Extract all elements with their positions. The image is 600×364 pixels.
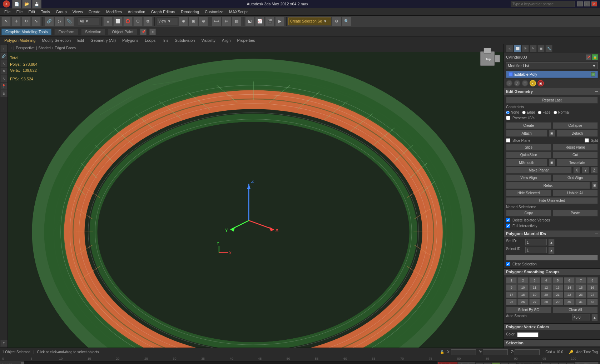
sub-properties[interactable]: Properties [234,38,258,43]
sg-7[interactable]: 7 [575,277,586,284]
unhide-all-btn[interactable]: Unhide All [553,190,598,196]
extra-btn-2[interactable]: 🔍 [342,17,351,26]
y-btn[interactable]: Y [582,167,589,174]
full-interactivity-check[interactable] [506,224,510,228]
select-by-name-btn[interactable]: ≡ [103,17,113,26]
modifier-editable-poly[interactable]: Editable Poly ✓ [506,71,598,78]
lt-help[interactable]: ? [0,340,8,347]
lt-scale[interactable]: ⤡ [0,75,8,82]
select-fence-btn[interactable]: ⬡ [133,17,143,26]
sg-30[interactable]: 30 [564,299,575,305]
layer-btn[interactable]: ▤ [232,17,241,26]
search-input[interactable] [511,1,575,7]
auto-smooth-spin-btn[interactable]: ▲ [591,314,598,321]
graphite-icon-1[interactable]: 📌 [140,29,147,35]
panel-icon-utility[interactable]: 🔧 [545,45,552,52]
sub-visibility[interactable]: Visibility [198,38,218,43]
sg-15[interactable]: 15 [575,284,586,291]
sub-geometry[interactable]: Geometry (All) [88,38,119,43]
sg-4[interactable]: 4 [541,277,551,284]
obj-pin-icon[interactable]: 📌 [586,54,591,60]
sg-17[interactable]: 17 [506,291,517,298]
auto-smooth-input[interactable] [572,314,590,320]
create-btn[interactable]: Create [506,122,551,129]
sub-tris[interactable]: Tris [159,38,171,43]
sg-1[interactable]: 1 [506,277,517,284]
lt-place[interactable]: 📍 [0,83,8,90]
render-btn[interactable]: ▶ [275,17,284,26]
sub-loops[interactable]: Loops [142,38,158,43]
timeline-slider[interactable] [21,361,24,364]
msmooth-btn[interactable]: MSmooth [506,159,547,166]
tab-selection[interactable]: Selection [81,29,105,35]
key-filter-1[interactable]: |◀ [542,363,550,364]
tab-objectpaint[interactable]: Object Paint [108,29,137,35]
sub-polygon-modeling[interactable]: Polygon Modeling [1,38,38,43]
vp-plus[interactable]: + [10,46,12,50]
make-planar-btn[interactable]: Make Planar [506,167,572,174]
key-filter-3[interactable]: |▶ [559,363,566,364]
repeat-last-btn[interactable]: Repeat Last [506,97,598,104]
polygon-material-ids-title[interactable]: Polygon: Material IDs ─ [504,230,600,237]
x-input[interactable] [451,349,476,355]
sg-10[interactable]: 10 [517,284,528,291]
reset-plane-btn[interactable]: Reset Plane [553,144,598,151]
sg-20[interactable]: 20 [541,291,551,298]
set-key-btn[interactable]: Set Key [458,362,475,364]
tessellate-btn[interactable]: Tessellate [557,159,598,166]
panel-icon-hierarchy[interactable]: ⟳ [522,45,529,52]
sg-28[interactable]: 28 [541,299,551,305]
cut-btn[interactable]: Cut [553,151,598,158]
rotate-btn[interactable]: ↻ [21,17,31,26]
move-btn[interactable]: ✛ [11,17,21,26]
vp-perspective[interactable]: Perspective [16,46,34,50]
sg-31[interactable]: 31 [575,299,586,305]
sg-27[interactable]: 27 [529,299,540,305]
split-check[interactable] [585,138,589,143]
delete-isolated-check[interactable] [506,218,510,222]
sub-polygons[interactable]: Polygons [119,38,141,43]
sg-3[interactable]: 3 [529,277,540,284]
constraint-none[interactable]: None [506,110,519,114]
select-circle-btn[interactable]: ⭕ [123,17,133,26]
key-filter-2[interactable]: ◀| [550,363,558,364]
detach-btn[interactable]: Detach [557,130,598,137]
sg-19[interactable]: 19 [529,291,540,298]
subobj-edge[interactable]: ╱ [514,80,520,86]
quickslice-btn[interactable]: QuickSlice [506,151,551,158]
sg-14[interactable]: 14 [564,284,575,291]
menu-rendering[interactable]: Graph Editors [148,9,178,15]
modifier-dropdown[interactable]: Modifier List ▼ [506,62,598,69]
tab-graphite[interactable]: Graphite Modeling Tools [1,29,51,35]
panel-icon-display[interactable]: ▣ [537,45,545,52]
select-by-sg-btn[interactable]: Select By SG [506,306,551,313]
attach-btn[interactable]: Attach [506,130,547,137]
mirror-btn[interactable]: ⟺ [212,17,221,26]
menu-tools[interactable]: Edit [25,9,38,15]
select-btn[interactable]: ↖ [1,17,11,26]
z-input[interactable] [515,349,540,355]
lt-snap[interactable]: ⊕ [0,90,8,97]
sg-29[interactable]: 29 [552,299,563,305]
panel-icon-modify[interactable]: ⬜ [514,45,521,52]
prev-frame-btn[interactable]: ◀ [484,363,492,364]
sg-25[interactable]: 25 [506,299,517,305]
panel-icon-motion[interactable]: ✎ [530,45,537,52]
sg-32[interactable]: 32 [587,299,598,305]
psg-title[interactable]: Polygon: Smoothing Groups ─ [504,269,600,275]
sub-edit[interactable]: Edit [74,38,87,43]
menu-modifiers[interactable]: Create [86,9,103,15]
menu-views[interactable]: Group [53,9,70,15]
close-btn[interactable]: ✕ [591,1,597,6]
viewport[interactable]: + | Perspective | Shaded + Edged Faces [8,44,504,348]
snap-btn[interactable]: ⊕ [179,17,188,26]
sg-18[interactable]: 18 [517,291,528,298]
lt-link[interactable]: 🔗 [0,53,8,60]
select-id-input[interactable] [525,247,547,253]
hide-unselected-btn[interactable]: Hide Unselected [506,197,598,204]
sg-9[interactable]: 9 [506,284,517,291]
collapse-btn[interactable]: Collapse [553,122,598,129]
menu-graph-editors[interactable]: Animation [125,9,148,15]
menu-group[interactable]: Tools [38,9,53,15]
menu-create[interactable]: Views [70,9,86,15]
